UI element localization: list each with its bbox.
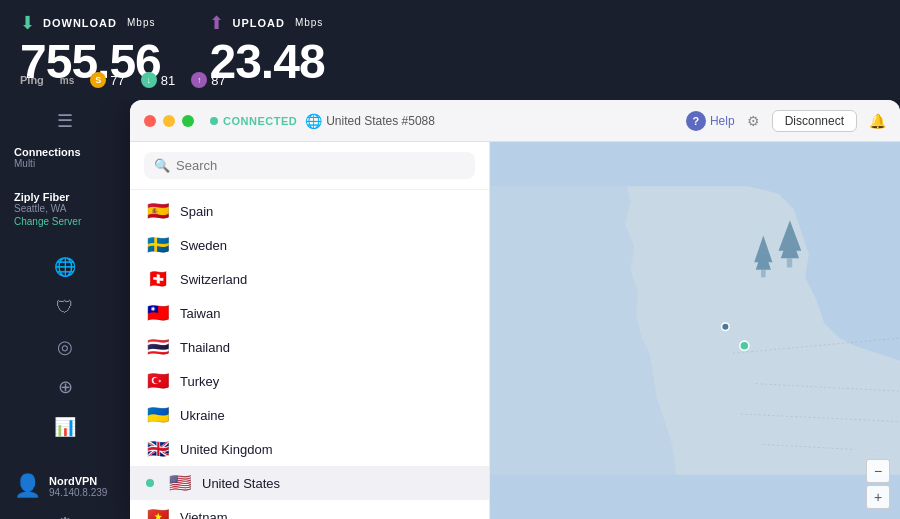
connected-dot — [210, 117, 218, 125]
settings-icon[interactable]: ⚙ — [47, 513, 83, 519]
sidebar-nordvpn[interactable]: 👤 NordVPN 94.140.8.239 — [0, 465, 130, 507]
ping-value-1: 77 — [110, 73, 124, 88]
flag-thailand: 🇹🇭 — [146, 338, 170, 356]
nordvpn-ip: 94.140.8.239 — [49, 487, 107, 498]
main-area: ☰ Connections Multi Ziply Fiber Seattle,… — [0, 100, 900, 519]
flag-taiwan: 🇹🇼 — [146, 304, 170, 322]
location-dot-1 — [722, 323, 730, 331]
flag-us: 🇺🇸 — [168, 474, 192, 492]
change-server-link[interactable]: Change Server — [14, 216, 116, 227]
sidebar-icon-row: 🌐 🛡 ◎ ⊕ 📊 — [0, 241, 130, 445]
title-bar-right: ? Help ⚙ Disconnect 🔔 — [686, 110, 886, 132]
flag-ukraine: 🇺🇦 — [146, 406, 170, 424]
chart-nav-icon[interactable]: 📊 — [47, 409, 83, 445]
server-row-turkey[interactable]: 🇹🇷 Turkey — [130, 364, 489, 398]
server-name-uk: United Kingdom — [180, 442, 273, 457]
help-group[interactable]: ? Help — [686, 111, 735, 131]
server-name-us: United States — [202, 476, 280, 491]
search-icon: 🔍 — [154, 158, 170, 173]
upload-unit: Mbps — [295, 17, 323, 28]
location-dot-active — [740, 341, 749, 350]
connections-sub: Multi — [14, 158, 116, 169]
flag-spain: 🇪🇸 — [146, 202, 170, 220]
ping-icon-up: ↑ — [191, 72, 207, 88]
server-row-uk[interactable]: 🇬🇧 United Kingdom — [130, 432, 489, 466]
notification-icon[interactable]: 🔔 — [869, 113, 886, 129]
upload-label: UPLOAD — [232, 17, 284, 29]
search-input[interactable] — [176, 158, 465, 173]
sidebar-ziply[interactable]: Ziply Fiber Seattle, WA Change Server — [0, 183, 130, 235]
server-row-taiwan[interactable]: 🇹🇼 Taiwan — [130, 296, 489, 330]
ping-item-3: ↑ 87 — [191, 72, 225, 88]
traffic-lights — [144, 115, 194, 127]
speed-bar: ⬇ DOWNLOAD Mbps 755.56 ⬆ UPLOAD Mbps 23.… — [0, 0, 900, 100]
ping-row: Ping ms S 77 ↓ 81 ↑ 87 — [20, 72, 226, 88]
ping-icon-gold: S — [90, 72, 106, 88]
app-content: 🔍 🇪🇸 Spain 🇸🇪 Sweden — [130, 142, 900, 519]
server-row-switzerland[interactable]: 🇨🇭 Switzerland — [130, 262, 489, 296]
server-name-thailand: Thailand — [180, 340, 230, 355]
server-name-vietnam: Vietnam — [180, 510, 227, 520]
target-nav-icon[interactable]: ◎ — [47, 329, 83, 365]
flag-switzerland: 🇨🇭 — [146, 270, 170, 288]
globe-nav-icon[interactable]: 🌐 — [47, 249, 83, 285]
ping-label: Ping — [20, 74, 44, 86]
sidebar-menu-icon[interactable]: ☰ — [47, 110, 83, 132]
server-row-sweden[interactable]: 🇸🇪 Sweden — [130, 228, 489, 262]
active-indicator — [146, 479, 154, 487]
server-name-sweden: Sweden — [180, 238, 227, 253]
ping-item-2: ↓ 81 — [141, 72, 175, 88]
search-bar: 🔍 — [130, 142, 489, 190]
sidebar-connections[interactable]: Connections Multi — [0, 138, 130, 177]
map-area: − + — [490, 142, 900, 519]
svg-rect-6 — [787, 258, 792, 267]
nordvpn-avatar: 👤 — [14, 473, 41, 499]
upload-value: 23.48 — [209, 34, 329, 89]
server-row-thailand[interactable]: 🇹🇭 Thailand — [130, 330, 489, 364]
connections-label: Connections — [14, 146, 116, 158]
server-list: 🇪🇸 Spain 🇸🇪 Sweden 🇨🇭 Switzerland — [130, 190, 489, 519]
server-name-turkey: Turkey — [180, 374, 219, 389]
title-bar-status: CONNECTED 🌐 United States #5088 — [210, 113, 686, 129]
disconnect-button[interactable]: Disconnect — [772, 110, 857, 132]
upload-section: ⬆ UPLOAD Mbps 23.48 — [209, 12, 337, 89]
flag-uk: 🇬🇧 — [146, 440, 170, 458]
server-name-text: United States #5088 — [326, 114, 435, 128]
flag-turkey: 🇹🇷 — [146, 372, 170, 390]
upload-icon: ⬆ — [209, 12, 224, 34]
help-label[interactable]: Help — [710, 114, 735, 128]
flag-vietnam: 🇻🇳 — [146, 508, 170, 519]
settings-cog-icon[interactable]: ⚙ — [747, 113, 760, 129]
server-row-ukraine[interactable]: 🇺🇦 Ukraine — [130, 398, 489, 432]
server-name-taiwan: Taiwan — [180, 306, 220, 321]
ping-item-1: S 77 — [90, 72, 124, 88]
left-sidebar: ☰ Connections Multi Ziply Fiber Seattle,… — [0, 100, 130, 519]
close-button[interactable] — [144, 115, 156, 127]
shield-nav-icon[interactable]: 🛡 — [47, 289, 83, 325]
minimize-button[interactable] — [163, 115, 175, 127]
server-name-ukraine: Ukraine — [180, 408, 225, 423]
connected-text: CONNECTED — [223, 115, 297, 127]
connected-badge: CONNECTED — [210, 115, 297, 127]
ping-unit: ms — [60, 75, 74, 86]
nordvpn-label: NordVPN — [49, 475, 107, 487]
download-icon: ⬇ — [20, 12, 35, 34]
server-name-spain: Spain — [180, 204, 213, 219]
ziply-sub: Seattle, WA — [14, 203, 116, 214]
server-name-switzerland: Switzerland — [180, 272, 247, 287]
maximize-button[interactable] — [182, 115, 194, 127]
vpn-window: CONNECTED 🌐 United States #5088 ? Help ⚙… — [130, 100, 900, 519]
download-unit: Mbps — [127, 17, 155, 28]
server-row-spain[interactable]: 🇪🇸 Spain — [130, 194, 489, 228]
layers-nav-icon[interactable]: ⊕ — [47, 369, 83, 405]
server-panel: 🔍 🇪🇸 Spain 🇸🇪 Sweden — [130, 142, 490, 519]
zoom-out-button[interactable]: − — [866, 459, 890, 483]
zoom-in-button[interactable]: + — [866, 485, 890, 509]
map-svg — [490, 142, 900, 519]
flag-sweden: 🇸🇪 — [146, 236, 170, 254]
server-name: 🌐 United States #5088 — [305, 113, 435, 129]
help-badge: ? — [686, 111, 706, 131]
server-row-vietnam[interactable]: 🇻🇳 Vietnam — [130, 500, 489, 519]
ziply-label: Ziply Fiber — [14, 191, 116, 203]
server-row-us[interactable]: 🇺🇸 United States — [130, 466, 489, 500]
